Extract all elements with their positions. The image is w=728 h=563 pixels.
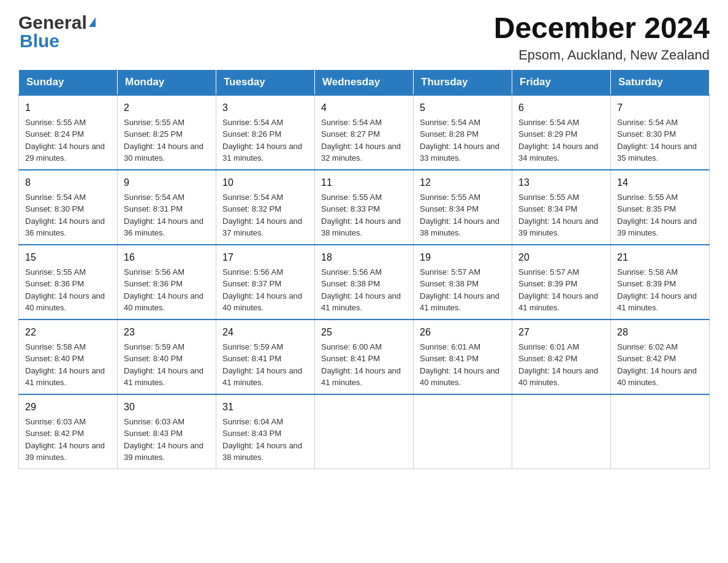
calendar-day-cell: 25Sunrise: 6:00 AMSunset: 8:41 PMDayligh… bbox=[315, 320, 414, 394]
day-info: Sunrise: 5:55 AMSunset: 8:36 PMDaylight:… bbox=[25, 267, 105, 313]
calendar-day-cell: 27Sunrise: 6:01 AMSunset: 8:42 PMDayligh… bbox=[512, 320, 611, 394]
logo: General Blue bbox=[18, 12, 96, 52]
calendar-day-cell: 16Sunrise: 5:56 AMSunset: 8:36 PMDayligh… bbox=[118, 245, 216, 320]
day-number: 21 bbox=[617, 250, 703, 265]
calendar-day-cell: 24Sunrise: 5:59 AMSunset: 8:41 PMDayligh… bbox=[216, 320, 315, 394]
day-number: 17 bbox=[222, 250, 308, 265]
day-info: Sunrise: 5:55 AMSunset: 8:25 PMDaylight:… bbox=[124, 118, 203, 163]
logo-triangle-icon bbox=[89, 17, 96, 27]
day-info: Sunrise: 5:55 AMSunset: 8:33 PMDaylight:… bbox=[321, 193, 401, 238]
empty-day-cell bbox=[611, 394, 710, 469]
day-info: Sunrise: 6:04 AMSunset: 8:43 PMDaylight:… bbox=[222, 417, 302, 462]
column-header-friday: Friday bbox=[512, 69, 611, 95]
calendar-table: SundayMondayTuesdayWednesdayThursdayFrid… bbox=[18, 69, 710, 469]
day-info: Sunrise: 5:55 AMSunset: 8:34 PMDaylight:… bbox=[420, 193, 499, 238]
calendar-header-row: SundayMondayTuesdayWednesdayThursdayFrid… bbox=[19, 69, 710, 95]
calendar-day-cell: 1Sunrise: 5:55 AMSunset: 8:24 PMDaylight… bbox=[19, 95, 118, 170]
day-number: 29 bbox=[25, 400, 111, 415]
day-number: 27 bbox=[518, 325, 604, 340]
column-header-thursday: Thursday bbox=[414, 69, 512, 95]
day-info: Sunrise: 5:54 AMSunset: 8:30 PMDaylight:… bbox=[25, 193, 105, 238]
calendar-day-cell: 22Sunrise: 5:58 AMSunset: 8:40 PMDayligh… bbox=[19, 320, 118, 394]
calendar-day-cell: 19Sunrise: 5:57 AMSunset: 8:38 PMDayligh… bbox=[414, 245, 512, 320]
day-number: 24 bbox=[222, 325, 308, 340]
calendar-day-cell: 4Sunrise: 5:54 AMSunset: 8:27 PMDaylight… bbox=[315, 95, 414, 170]
calendar-day-cell: 26Sunrise: 6:01 AMSunset: 8:41 PMDayligh… bbox=[414, 320, 512, 394]
calendar-day-cell: 13Sunrise: 5:55 AMSunset: 8:34 PMDayligh… bbox=[512, 170, 611, 245]
day-number: 23 bbox=[124, 325, 210, 340]
day-info: Sunrise: 5:54 AMSunset: 8:31 PMDaylight:… bbox=[124, 193, 203, 238]
day-number: 31 bbox=[222, 400, 308, 415]
calendar-day-cell: 14Sunrise: 5:55 AMSunset: 8:35 PMDayligh… bbox=[611, 170, 710, 245]
calendar-day-cell: 20Sunrise: 5:57 AMSunset: 8:39 PMDayligh… bbox=[512, 245, 611, 320]
day-info: Sunrise: 5:59 AMSunset: 8:40 PMDaylight:… bbox=[124, 342, 203, 388]
day-number: 6 bbox=[518, 101, 604, 115]
day-number: 13 bbox=[518, 175, 604, 190]
day-info: Sunrise: 5:54 AMSunset: 8:27 PMDaylight:… bbox=[321, 118, 401, 163]
day-number: 14 bbox=[617, 175, 703, 190]
day-number: 11 bbox=[321, 175, 407, 190]
day-number: 18 bbox=[321, 250, 407, 265]
logo-blue-text: Blue bbox=[20, 31, 59, 52]
day-number: 20 bbox=[518, 250, 604, 265]
day-number: 19 bbox=[420, 250, 506, 265]
calendar-day-cell: 23Sunrise: 5:59 AMSunset: 8:40 PMDayligh… bbox=[118, 320, 216, 394]
title-section: December 2024 Epsom, Auckland, New Zeala… bbox=[494, 12, 710, 63]
day-info: Sunrise: 6:00 AMSunset: 8:41 PMDaylight:… bbox=[321, 342, 401, 388]
day-number: 22 bbox=[25, 325, 111, 340]
day-info: Sunrise: 5:55 AMSunset: 8:35 PMDaylight:… bbox=[617, 193, 697, 238]
day-info: Sunrise: 5:56 AMSunset: 8:36 PMDaylight:… bbox=[124, 267, 203, 313]
day-info: Sunrise: 6:03 AMSunset: 8:43 PMDaylight:… bbox=[124, 417, 203, 462]
day-number: 30 bbox=[124, 400, 210, 415]
column-header-tuesday: Tuesday bbox=[216, 69, 315, 95]
day-info: Sunrise: 5:54 AMSunset: 8:28 PMDaylight:… bbox=[420, 118, 499, 163]
calendar-day-cell: 21Sunrise: 5:58 AMSunset: 8:39 PMDayligh… bbox=[611, 245, 710, 320]
column-header-monday: Monday bbox=[118, 69, 216, 95]
day-number: 16 bbox=[124, 250, 210, 265]
calendar-day-cell: 11Sunrise: 5:55 AMSunset: 8:33 PMDayligh… bbox=[315, 170, 414, 245]
calendar-day-cell: 17Sunrise: 5:56 AMSunset: 8:37 PMDayligh… bbox=[216, 245, 315, 320]
day-info: Sunrise: 5:56 AMSunset: 8:38 PMDaylight:… bbox=[321, 267, 401, 313]
day-info: Sunrise: 5:57 AMSunset: 8:38 PMDaylight:… bbox=[420, 267, 499, 313]
day-number: 26 bbox=[420, 325, 506, 340]
day-info: Sunrise: 5:54 AMSunset: 8:29 PMDaylight:… bbox=[518, 118, 598, 163]
calendar-day-cell: 28Sunrise: 6:02 AMSunset: 8:42 PMDayligh… bbox=[611, 320, 710, 394]
empty-day-cell bbox=[414, 394, 512, 469]
day-info: Sunrise: 5:59 AMSunset: 8:41 PMDaylight:… bbox=[222, 342, 302, 388]
calendar-day-cell: 31Sunrise: 6:04 AMSunset: 8:43 PMDayligh… bbox=[216, 394, 315, 469]
day-number: 5 bbox=[420, 101, 506, 115]
location: Epsom, Auckland, New Zealand bbox=[494, 47, 710, 63]
day-info: Sunrise: 6:01 AMSunset: 8:42 PMDaylight:… bbox=[518, 342, 598, 388]
day-info: Sunrise: 5:58 AMSunset: 8:39 PMDaylight:… bbox=[617, 267, 697, 313]
empty-day-cell bbox=[315, 394, 414, 469]
day-info: Sunrise: 5:54 AMSunset: 8:30 PMDaylight:… bbox=[617, 118, 697, 163]
day-number: 12 bbox=[420, 175, 506, 190]
calendar-day-cell: 10Sunrise: 5:54 AMSunset: 8:32 PMDayligh… bbox=[216, 170, 315, 245]
column-header-wednesday: Wednesday bbox=[315, 69, 414, 95]
day-number: 3 bbox=[222, 101, 308, 115]
day-number: 8 bbox=[25, 175, 111, 190]
day-info: Sunrise: 5:54 AMSunset: 8:32 PMDaylight:… bbox=[222, 193, 302, 238]
logo-general-text: General bbox=[18, 12, 87, 33]
calendar-day-cell: 29Sunrise: 6:03 AMSunset: 8:42 PMDayligh… bbox=[19, 394, 118, 469]
calendar-week-row: 22Sunrise: 5:58 AMSunset: 8:40 PMDayligh… bbox=[19, 320, 710, 394]
column-header-sunday: Sunday bbox=[19, 69, 118, 95]
day-info: Sunrise: 5:54 AMSunset: 8:26 PMDaylight:… bbox=[222, 118, 302, 163]
day-info: Sunrise: 6:02 AMSunset: 8:42 PMDaylight:… bbox=[617, 342, 697, 388]
calendar-day-cell: 12Sunrise: 5:55 AMSunset: 8:34 PMDayligh… bbox=[414, 170, 512, 245]
day-info: Sunrise: 6:03 AMSunset: 8:42 PMDaylight:… bbox=[25, 417, 105, 462]
day-number: 15 bbox=[25, 250, 111, 265]
calendar-day-cell: 2Sunrise: 5:55 AMSunset: 8:25 PMDaylight… bbox=[118, 95, 216, 170]
day-number: 28 bbox=[617, 325, 703, 340]
day-number: 2 bbox=[124, 101, 210, 115]
day-info: Sunrise: 5:56 AMSunset: 8:37 PMDaylight:… bbox=[222, 267, 302, 313]
calendar-day-cell: 5Sunrise: 5:54 AMSunset: 8:28 PMDaylight… bbox=[414, 95, 512, 170]
day-info: Sunrise: 5:55 AMSunset: 8:34 PMDaylight:… bbox=[518, 193, 598, 238]
calendar-day-cell: 15Sunrise: 5:55 AMSunset: 8:36 PMDayligh… bbox=[19, 245, 118, 320]
day-number: 4 bbox=[321, 101, 407, 115]
day-info: Sunrise: 5:58 AMSunset: 8:40 PMDaylight:… bbox=[25, 342, 105, 388]
day-info: Sunrise: 5:55 AMSunset: 8:24 PMDaylight:… bbox=[25, 118, 105, 163]
empty-day-cell bbox=[512, 394, 611, 469]
day-number: 7 bbox=[617, 101, 703, 115]
day-number: 1 bbox=[25, 101, 111, 115]
